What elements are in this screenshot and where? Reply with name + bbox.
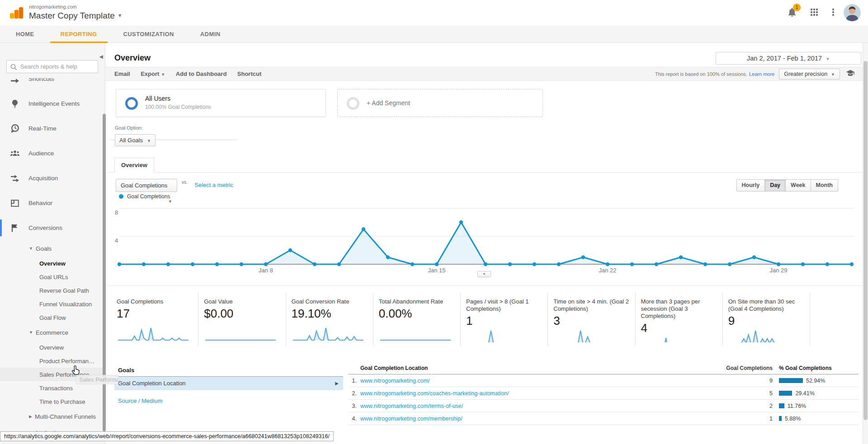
notifications-button[interactable]: 1 [787,6,800,20]
nav-tab-admin[interactable]: ADMIN [190,26,231,43]
goal-completions-chart[interactable]: 48Jan 8Jan 15Jan 22Jan 29 [114,200,860,278]
scorecard-time-on-site-4-min-goal-2-completions[interactable]: Time on site > 4 min. (Goal 2 Completion… [547,293,635,346]
col-pct-goal-completions[interactable]: % Goal Completions [773,365,859,371]
granularity-week-button[interactable]: Week [786,179,811,192]
svg-text:Jan 22: Jan 22 [599,267,616,274]
collapse-sidebar-button[interactable]: ◀ [99,54,103,60]
scorecard-sparkline [204,325,277,342]
col-goal-completions[interactable]: Goal Completions [725,365,773,371]
sidebar-item-funnel-visualization[interactable]: Funnel Visualization [0,297,105,311]
sidebar-item-audience[interactable]: Audience [0,141,105,166]
sidebar-item-overview[interactable]: Overview [0,341,105,354]
granularity-buttons: HourlyDayWeekMonth [736,179,838,192]
sidebar-item-label: Ecommerce [36,329,68,336]
sidebar-item-label: Goal Flow [39,314,66,321]
sidebar-item-conversions[interactable]: Conversions [0,215,105,240]
granularity-day-button[interactable]: Day [765,179,786,192]
scorecard-pages-visit-8-goal-1-completions[interactable]: Pages / visit > 8 (Goal 1 Completions)1 [460,293,547,346]
sidebar-item-real-time[interactable]: Real-Time [0,116,105,141]
chart-collapse-button[interactable]: ▼ [477,271,491,277]
chevron-right-icon: ▶ [29,414,32,419]
sidebar-item-overview[interactable]: Overview [0,257,105,270]
scorecard-value: 9 [728,314,805,328]
sidebar-item-reverse-goal-path[interactable]: Reverse Goal Path [0,284,105,297]
apps-grid-button[interactable] [809,6,822,20]
goal-location-link[interactable]: www.nitrogomarketing.com/coaches-marketi… [360,390,725,397]
learn-more-link[interactable]: Learn more [749,71,774,77]
goal-location-link[interactable]: www.nitrogomarketing.com/ [360,378,725,384]
scorecard-sparkline [292,325,365,342]
add-to-dashboard-button[interactable]: Add to Dashboard [176,67,227,80]
table-row: 2.www.nitrogomarketing.com/coaches-marke… [349,387,859,400]
segment-detail: 100.00% Goal Completions [145,104,211,110]
nav-tab-customization[interactable]: CUSTOMIZATION [113,26,184,43]
account-domain: nitrogomarketing.com [29,4,77,9]
scorecard-sparkline [553,328,627,342]
metric-select[interactable]: Goal Completions▼ [116,179,177,192]
scorecard-value: 1 [466,314,543,328]
search-input[interactable] [20,61,96,72]
property-selector[interactable]: Master Copy Template▼ [29,11,123,21]
goal-completions-value: 9 [725,378,773,384]
nav-tab-home[interactable]: HOME [5,26,45,43]
avatar[interactable] [844,4,861,21]
browser-status-bar: https://analytics.google.com/analytics/w… [0,431,334,441]
granularity-hourly-button[interactable]: Hourly [736,179,765,192]
acquisition-icon [9,173,20,184]
tab-overview[interactable]: Overview [114,158,154,173]
sidebar-item-goals[interactable]: ▼Goals [0,240,105,257]
goal-completions-value: 2 [725,403,773,409]
scorecard-more-than-3-pages-per-secession-goal-3-completions[interactable]: More than 3 pages per secession (Goal 3 … [635,293,722,346]
goal-location-link[interactable]: www.nitrogomarketing.com/membership/ [360,416,725,422]
email-button[interactable]: Email [114,67,130,80]
sidebar-item-multi-channel-funnels[interactable]: ▶Multi-Channel Funnels [0,408,105,425]
sidebar-item-product-performan[interactable]: Product Performan… [0,354,105,368]
segment-all-users[interactable]: All Users 100.00% Goal Completions [116,89,326,117]
sidebar-item-label: Acquisition [28,175,58,182]
scorecard-on-site-more-than-30-sec-goal-4-completions[interactable]: On Site more than 30 sec (Goal 4 Complet… [722,293,810,346]
drag-tooltip: Sales Performance [76,375,118,384]
divider [109,172,863,173]
legend-dot-icon [119,194,123,199]
scorecard-title: Goal Completions [117,298,193,305]
scorecard-sparkline [641,335,714,342]
nav-tab-reporting[interactable]: REPORTING [50,26,108,43]
granularity-month-button[interactable]: Month [811,179,838,192]
scorecard-title: Time on site > 4 min. (Goal 2 Completion… [553,298,630,313]
export-button[interactable]: Export▼ [141,67,165,81]
scorecard-goal-value[interactable]: Goal Value$0.00 [198,293,285,346]
sidebar-item-behavior[interactable]: Behavior [0,191,105,215]
goal-location-link[interactable]: www.nitrogomarketing.com/terms-of-use/ [360,403,725,409]
sidebar-item-goal-urls[interactable]: Goal URLs [0,270,105,284]
window-scrollbar[interactable] [863,43,868,444]
sidebar-item-ecommerce[interactable]: ▼Ecommerce [0,324,105,341]
more-menu-button[interactable] [828,6,841,20]
select-metric-link[interactable]: Select a metric [194,182,233,188]
shortcut-button[interactable]: Shortcut [237,67,261,80]
bell-icon [787,12,797,19]
mouse-cursor [71,365,81,378]
table-row: 4.www.nitrogomarketing.com/membership/15… [349,412,859,425]
sidebar-item-intelligence-events[interactable]: Intelligence Events [0,91,105,116]
graduation-cap-icon[interactable] [844,68,856,80]
dimension-goal-completion-location[interactable]: Goal Completion Location ▶ [114,377,343,390]
precision-select[interactable]: Greater precision▼ [779,69,840,79]
dimension-source-medium-link[interactable]: Source / Medium [118,397,162,404]
goals-panel: Goals Goal Completion Location ▶ Source … [114,365,343,405]
sidebar-item-label: Overview [39,344,64,351]
add-segment-button[interactable]: + Add Segment [337,89,543,117]
main-content: Overview Jan 2, 2017 - Feb 1, 2017▼ Emai… [106,43,868,444]
date-range-selector[interactable]: Jan 2, 2017 - Feb 1, 2017▼ [716,52,861,65]
sidebar-item-shortcuts[interactable]: Shortcuts [0,78,105,91]
sidebar-item-goal-flow[interactable]: Goal Flow [0,311,105,324]
chevron-down-icon: ▼ [118,13,123,18]
scorecard-goal-completions[interactable]: Goal Completions17 [116,293,198,346]
sidebar-item-time-to-purchase[interactable]: Time to Purchase [0,395,105,408]
sidebar-item-acquisition[interactable]: Acquisition [0,166,105,191]
pct-label: 29.41% [795,390,814,397]
scrollbar-thumb[interactable] [863,61,868,420]
scorecard-total-abandonment-rate[interactable]: Total Abandonment Rate0.00% [373,293,460,346]
primary-nav: HOMEREPORTINGCUSTOMIZATIONADMIN [0,26,868,43]
goal-option-select[interactable]: All Goals▼ [115,134,156,146]
scorecard-goal-conversion-rate[interactable]: Goal Conversion Rate19.10% [286,293,373,346]
